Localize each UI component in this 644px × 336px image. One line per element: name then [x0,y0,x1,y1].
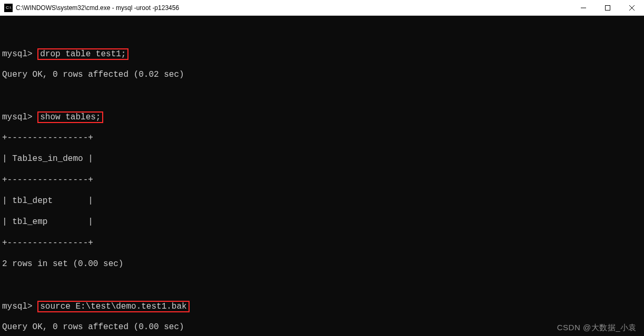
command-line: mysql> drop table test1; [2,48,642,59]
table-border: +----------------+ [2,133,642,143]
window-titlebar: C:\ C:\WINDOWS\system32\cmd.exe - mysql … [0,0,644,16]
result-line: Query OK, 0 rows affected (0.02 sec) [2,69,642,80]
table-border: +----------------+ [2,175,642,185]
cmd-icon: C:\ [4,4,13,12]
blank-line [2,280,642,290]
table-row: | tbl_emp | [2,217,642,227]
highlighted-command: drop table test1; [37,48,128,60]
watermark: CSDN @大数据_小袁 [557,323,637,333]
result-line: Query OK, 0 rows affected (0.00 sec) [2,322,642,332]
window-title: C:\WINDOWS\system32\cmd.exe - mysql -uro… [16,4,571,12]
svg-rect-1 [606,5,610,10]
prompt: mysql> [2,49,37,59]
table-header: | Tables_in_demo | [2,154,642,164]
highlighted-command: show tables; [37,111,103,123]
table-border: +----------------+ [2,238,642,248]
maximize-button[interactable] [596,0,620,16]
blank-line [2,90,642,101]
highlighted-command: source E:\test\demo.test1.bak [37,301,189,312]
blank-line [2,27,642,38]
table-row: | tbl_dept | [2,196,642,206]
terminal-area[interactable]: mysql> drop table test1; Query OK, 0 row… [0,16,644,336]
command-line: mysql> show tables; [2,111,642,122]
prompt: mysql> [2,302,37,311]
minimize-button[interactable] [571,0,596,16]
prompt: mysql> [2,113,37,122]
command-line: mysql> source E:\test\demo.test1.bak [2,301,642,311]
result-line: 2 rows in set (0.00 sec) [2,259,642,269]
close-button[interactable] [620,0,644,16]
